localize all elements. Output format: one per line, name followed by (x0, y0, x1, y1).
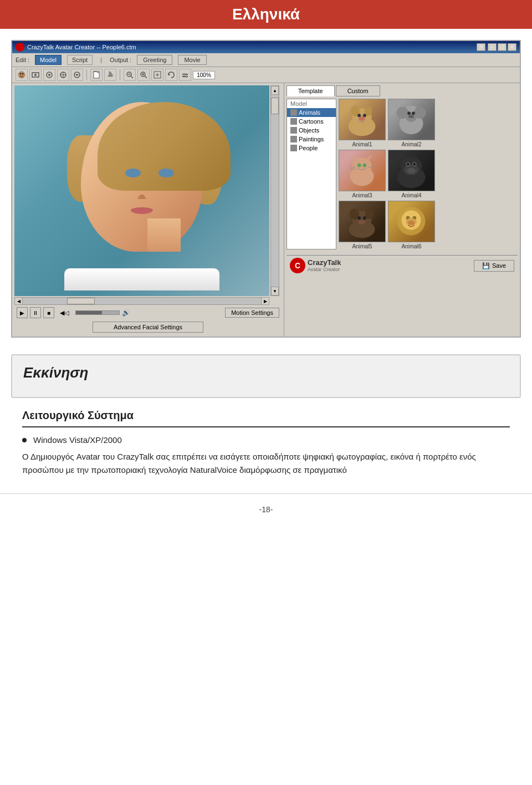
scroll-down-arrow[interactable]: ▼ (271, 287, 279, 295)
animals-label: Animals (299, 109, 320, 116)
category-cartoons[interactable]: Cartoons (287, 117, 336, 126)
toolbar-btn-2[interactable] (29, 69, 42, 81)
scroll-thumb-v[interactable] (271, 98, 279, 114)
eye-left (125, 169, 141, 177)
cartoons-label: Cartoons (299, 118, 324, 125)
save-button[interactable]: 💾 Save (474, 260, 514, 272)
list-item[interactable]: Animal1 (339, 99, 386, 147)
animals-icon (290, 109, 297, 116)
script-menu-button[interactable]: Script (67, 55, 93, 65)
bullet-text: Windows Vista/XP/2000 (33, 435, 122, 445)
objects-icon (290, 127, 297, 134)
horizontal-scrollbar[interactable]: ◀ ▶ (14, 297, 269, 305)
minimize-button[interactable]: − (488, 43, 497, 51)
logo-icon: C (290, 258, 305, 273)
thumbnail-grid: Animal1 (339, 99, 435, 249)
model-menu-button[interactable]: Model (35, 55, 62, 65)
bottom-controls: ▶ ⏸ ■ ◀◁ 🔊 Motion Settings Advanced Faci… (14, 305, 282, 334)
zoom-out-button[interactable] (124, 69, 136, 81)
face-image (59, 91, 225, 290)
thumbnail-animal4[interactable] (388, 150, 435, 191)
svg-point-0 (18, 72, 25, 78)
movie-menu-button[interactable]: Movie (178, 55, 206, 65)
thumbnail-animal1[interactable] (339, 99, 386, 140)
stop-button[interactable]: ■ (43, 307, 54, 318)
people-label: People (299, 145, 318, 151)
list-item[interactable]: Animal5 (339, 201, 386, 249)
list-item[interactable]: Animal6 (388, 201, 435, 249)
svg-point-53 (357, 216, 361, 220)
face-neck (147, 218, 181, 252)
tab-custom[interactable]: Custom (336, 85, 380, 96)
thumbnail-animal5[interactable] (339, 201, 386, 242)
category-animals[interactable]: Animals (287, 108, 336, 117)
svg-marker-34 (351, 155, 357, 160)
svg-point-48 (407, 168, 416, 174)
toolbar-btn-3[interactable] (43, 69, 55, 81)
save-label: Save (492, 262, 506, 269)
animal5-label: Animal5 (352, 243, 372, 249)
scroll-track-h[interactable] (23, 298, 261, 304)
close-button[interactable]: × (508, 43, 516, 51)
list-item[interactable]: Animal4 (388, 150, 435, 198)
template-panel: Template Custom Model Animals Cartoons (284, 83, 520, 337)
svg-point-55 (358, 220, 366, 225)
cartoons-icon (290, 118, 297, 125)
list-item[interactable]: Animal2 (388, 99, 435, 147)
content-divider (22, 426, 510, 427)
new-doc-button[interactable] (90, 69, 103, 81)
eye-right (158, 169, 174, 177)
svg-point-1 (20, 73, 22, 75)
scroll-left-arrow[interactable]: ◀ (15, 298, 23, 304)
reset-button[interactable] (165, 69, 177, 81)
vertical-scrollbar[interactable]: ▲ ▼ (270, 85, 279, 296)
maximize-button[interactable]: □ (498, 43, 507, 51)
face-shoulders (64, 268, 219, 290)
window-titlebar: CrazyTalk Avatar Creator -- People6.ctm … (12, 41, 520, 53)
thumbnail-animal2[interactable] (388, 99, 435, 140)
viewport-container: ▲ ▼ ◀ ▶ (14, 85, 279, 305)
section-box: Εκκίνηση (11, 354, 521, 398)
category-objects[interactable]: Objects (287, 126, 336, 135)
help-button[interactable]: ? (477, 43, 485, 51)
playback-row: ▶ ⏸ ■ ◀◁ 🔊 Motion Settings (17, 307, 279, 318)
list-item[interactable]: Animal3 (339, 150, 386, 198)
logo-text: CrazyTalk Avatar Creator (308, 258, 341, 273)
svg-point-31 (408, 115, 414, 118)
app-body: ▲ ▼ ◀ ▶ (12, 83, 520, 337)
face-icon-button[interactable] (16, 69, 28, 81)
zoom-in-button[interactable] (137, 69, 150, 81)
settings-button[interactable] (179, 69, 191, 81)
svg-point-33 (352, 158, 371, 175)
thumbnail-animal3[interactable] (339, 150, 386, 191)
header-bar: Ελληνικά (0, 0, 532, 29)
greeting-menu-button[interactable]: Greeting (137, 55, 172, 65)
advanced-facial-settings-button[interactable]: Advanced Facial Settings (93, 322, 203, 333)
advanced-row: Advanced Facial Settings (17, 320, 279, 334)
toolbar: 100% (12, 67, 520, 83)
pause-button[interactable]: ⏸ (30, 307, 41, 318)
toolbar-btn-5[interactable] (71, 69, 83, 81)
logo-main-text: CrazyTalk (308, 258, 341, 267)
tab-template[interactable]: Template (287, 85, 335, 96)
fit-button[interactable] (151, 69, 163, 81)
save-icon: 💾 (482, 262, 490, 269)
face-hair (98, 102, 231, 191)
thumbnail-animal6[interactable] (388, 201, 435, 242)
output-label: Output : (110, 57, 131, 63)
motion-settings-button[interactable]: Motion Settings (225, 308, 279, 318)
template-area: Model Animals Cartoons Objects (287, 99, 518, 249)
toolbar-btn-4[interactable] (57, 69, 69, 81)
volume-slider[interactable] (75, 310, 120, 315)
category-paintings[interactable]: Paintings (287, 135, 336, 144)
animal2-label: Animal2 (401, 141, 421, 147)
play-button[interactable]: ▶ (17, 307, 28, 318)
hand-tool-button[interactable] (104, 69, 116, 81)
scroll-thumb-h[interactable] (67, 298, 95, 304)
scroll-right-arrow[interactable]: ▶ (261, 298, 269, 304)
svg-point-29 (407, 111, 411, 115)
svg-point-21 (357, 114, 361, 117)
scroll-up-arrow[interactable]: ▲ (271, 86, 279, 95)
category-people[interactable]: People (287, 144, 336, 152)
scroll-track-v[interactable] (271, 95, 279, 287)
